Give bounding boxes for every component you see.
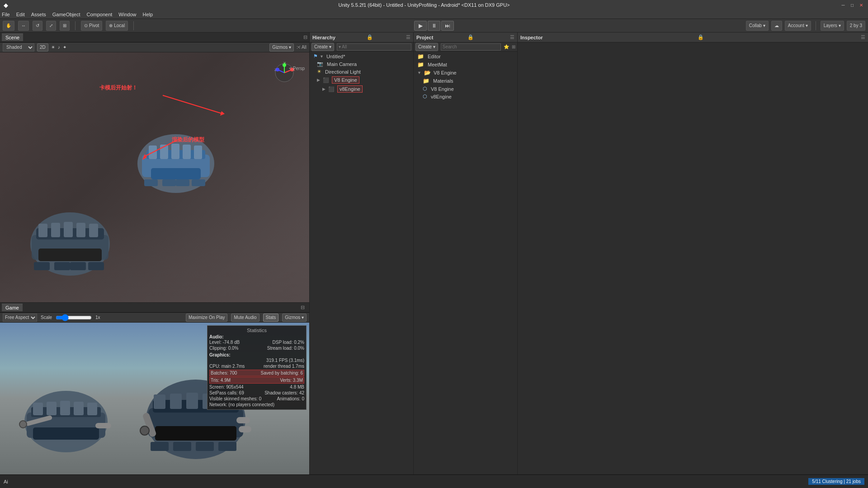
hierarchy-header: Hierarchy 🔒 ☰ [310,33,413,42]
menu-edit[interactable]: Edit [16,12,25,17]
hierarchy-item-v8-engine[interactable]: ▶ ⬛ V8 Engine [310,75,413,84]
svg-marker-37 [220,111,225,116]
light-icon: ☀ [317,69,321,75]
collab-button[interactable]: Collab ▾ [746,21,769,31]
scene-tab[interactable]: Scene [2,33,23,41]
hierarchy-search-input[interactable] [337,43,411,51]
aspect-dropdown[interactable]: Free Aspect [3,314,37,322]
layers-button[interactable]: Layers ▾ [821,21,844,31]
right-panels: Hierarchy 🔒 ☰ Create ▾ ⚑ ▼ Untitled* [310,33,868,474]
local-button[interactable]: ⊕ Local [106,21,128,31]
pause-button[interactable]: ⏸ [428,21,440,31]
project-item-v8engine-folder[interactable]: ▼ 📂 V8 Engine [414,69,517,77]
tool-scale[interactable]: ⤢ [46,21,56,31]
project-create-button[interactable]: Create ▾ [415,43,438,51]
audio-label: Audio: [209,334,304,339]
tool-rotate[interactable]: ↺ [33,21,42,31]
game-tab-bar: Game ⊟ [0,303,309,313]
scene-maximize-icon[interactable]: ⊟ [303,34,307,40]
menu-assets[interactable]: Assets [31,12,46,17]
pivot-button[interactable]: ⊙ Pivot [81,21,102,31]
svg-rect-58 [186,393,198,409]
annotation-top: 卡模后开始射！ [99,84,137,92]
scale-slider[interactable] [56,315,92,320]
menu-component[interactable]: Component [86,12,112,17]
project-search-input[interactable] [441,43,501,51]
pivot-label: Pivot [89,23,99,28]
inspector-menu-icon[interactable]: ☰ [861,34,865,40]
separator-2 [133,21,134,30]
hierarchy-create-button[interactable]: Create ▾ [311,43,334,51]
project-lock-icon[interactable]: 🔒 [467,34,474,40]
scene-view: Scene ⊟ Shaded 2D ☀ ♪ ✦ Gizmos ▾ :< All [0,33,309,303]
fx-icon[interactable]: ✦ [63,45,66,50]
game-maximize-icon[interactable]: ⊟ [298,305,307,310]
gizmos-button[interactable]: Gizmos ▾ [269,43,294,52]
project-item-editor[interactable]: 📁 Editor [414,52,517,61]
project-menu-icon[interactable]: ☰ [510,34,514,40]
annotation-bottom: 渲染后的模型 [172,136,204,144]
hierarchy-item-directional-light[interactable]: ☀ Directional Light [310,68,413,75]
step-button[interactable]: ⏭ [441,21,454,31]
light-icon[interactable]: ☀ [51,45,55,50]
tool-rect[interactable]: ⊞ [60,21,70,31]
object-icon: ⬛ [323,77,329,83]
project-expand-icon[interactable]: ⊞ [512,44,515,49]
stats-skinned: Visible skinned meshes: 0 [209,396,261,401]
menu-gameobject[interactable]: GameObject [52,12,80,17]
stats-size: 4.8 MB [290,385,304,389]
maximize-button[interactable]: □ [849,2,855,8]
svg-rect-64 [239,426,251,432]
gizmos-game-button[interactable]: Gizmos ▾ [282,314,307,322]
menu-window[interactable]: Window [118,12,136,17]
svg-rect-4 [149,145,157,159]
hierarchy-item-main-camera[interactable]: 📷 Main Camera [310,60,413,68]
hierarchy-lock-icon[interactable]: 🔒 [367,34,373,40]
untitled-label: Untitled* [326,54,345,59]
project-toolbar: Create ▾ ⭐ ⊞ [414,42,517,52]
mode-2d-button[interactable]: 2D [37,43,48,52]
sub-arrow: ▶ [322,87,326,91]
layers-label: Layers [824,23,837,28]
game-view: Game ⊟ Free Aspect Scale 1x Maximize On … [0,303,309,474]
graphics-label: Graphics: [209,352,304,357]
hierarchy-panel: Hierarchy 🔒 ☰ Create ▾ ⚑ ▼ Untitled* [310,33,414,474]
play-button[interactable]: ▶ [414,21,427,31]
status-bar: Ai 5/11 Clustering | 21 jobs [0,474,868,488]
minimize-button[interactable]: ─ [840,2,846,8]
window-title: Unity 5.5.2f1 (64bit) - Untitled - Unity… [8,2,840,8]
mute-audio-button[interactable]: Mute Audio [231,314,259,322]
audio-icon[interactable]: ♪ [58,45,60,50]
svg-rect-5 [160,145,168,159]
hierarchy-item-v8engine-sub[interactable]: ▶ ⬛ v8Engine [310,84,413,94]
project-item-materials[interactable]: 📁 Materials [414,77,517,85]
cloud-button[interactable]: ☁ [771,21,782,31]
menu-help[interactable]: Help [142,12,153,17]
hierarchy-title: Hierarchy [312,35,335,40]
project-star-icon[interactable]: ⭐ [504,44,509,49]
stats-level-row: Level: -74.8 dB DSP load: 0.2% [209,339,304,345]
svg-rect-3 [151,168,201,179]
project-item-v8engine-mesh[interactable]: ⬡ v8Engine [414,93,517,100]
shading-dropdown[interactable]: Shaded [3,43,34,52]
hierarchy-item-untitled[interactable]: ⚑ ▼ Untitled* [310,52,413,60]
maximize-on-play-button[interactable]: Maximize On Play [186,314,228,322]
close-button[interactable]: ✕ [858,2,864,8]
inspector-panel: Inspector 🔒 ☰ [518,33,868,474]
menu-file[interactable]: File [2,12,10,17]
stats-anim: Animations: 0 [277,396,304,401]
game-toolbar: Free Aspect Scale 1x Maximize On Play Mu… [0,313,309,323]
project-item-meetmat[interactable]: 📁 MeetMat [414,61,517,69]
svg-line-36 [163,95,222,113]
project-item-v8-mesh[interactable]: ⬡ V8 Engine [414,85,517,93]
inspector-lock-icon[interactable]: 🔒 [698,34,704,40]
layout-button[interactable]: 2 by 3 [847,21,865,31]
v8engine-sub-label: v8Engine [337,85,363,93]
stats-button[interactable]: Stats [263,314,279,322]
account-button[interactable]: Account ▾ [785,21,811,31]
tool-move[interactable]: ↔ [18,21,29,31]
stats-fps: 319.1 FPS (3.1ms) [266,358,304,363]
hierarchy-menu-icon[interactable]: ☰ [406,34,410,40]
game-tab[interactable]: Game [2,304,23,311]
tool-hand[interactable]: ✋ [3,21,14,31]
